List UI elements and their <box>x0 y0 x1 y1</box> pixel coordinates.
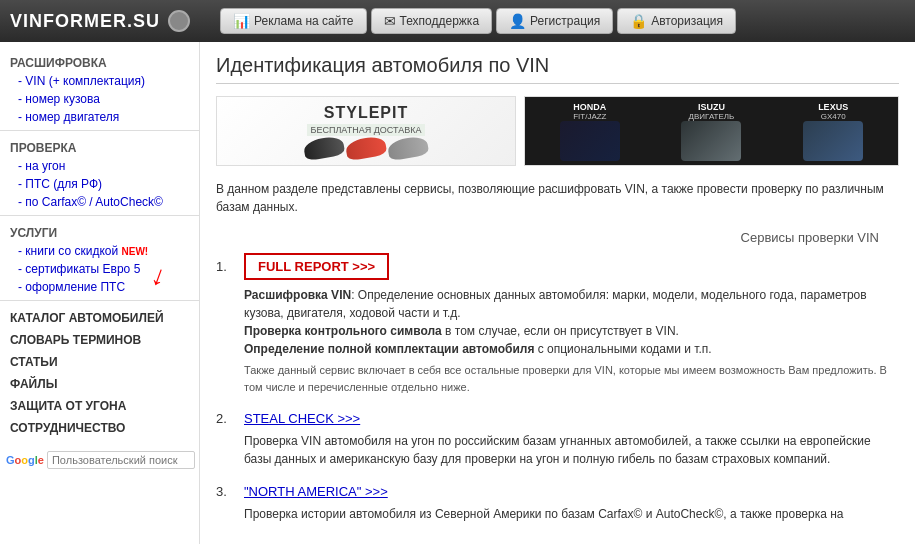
service-item-2: 2. STEAL CHECK >>> Проверка VIN автомоби… <box>216 411 899 468</box>
sidebar-item-carfax[interactable]: - по Carfax© / AutoCheck© <box>0 193 199 211</box>
sidebar-item-katalog[interactable]: КАТАЛОГ АВТОМОБИЛЕЙ <box>0 305 199 327</box>
service-1-number: 1. <box>216 259 236 274</box>
services-header: Сервисы проверки VIN <box>216 230 899 245</box>
ad-isuzu: ISUZU ДВИГАТЕЛЬ <box>681 102 741 161</box>
service-1-bold-2: Проверка контрольного символа <box>244 324 442 338</box>
new-badge: NEW! <box>122 246 149 257</box>
chart-icon: 📊 <box>233 13 250 29</box>
service-3-row: 3. "NORTH AMERICA" >>> <box>216 484 899 499</box>
sidebar-item-fajly[interactable]: ФАЙЛЫ <box>0 371 199 393</box>
sidebar-item-stati[interactable]: СТАТЬИ <box>0 349 199 371</box>
service-item-3: 3. "NORTH AMERICA" >>> Проверка истории … <box>216 484 899 523</box>
google-search-input[interactable] <box>47 451 195 469</box>
lock-icon: 🔒 <box>630 13 647 29</box>
sidebar-item-pts[interactable]: - ПТС (для РФ) <box>0 175 199 193</box>
header: VINFORMER.SU 📊 Реклама на сайте ✉ Техпод… <box>0 0 915 42</box>
sidebar-item-sertifikaty[interactable]: - сертификаты Евро 5 <box>0 260 199 278</box>
service-1-row: 1. FULL REPORT >>> <box>216 253 899 280</box>
logo-text: VINFORMER.SU <box>10 11 160 32</box>
google-search-area: Google <box>0 447 199 473</box>
ad-stylepit-content: STYLEPIT БЕСПЛАТНАЯ ДОСТАВКА <box>217 97 515 165</box>
logo-area: VINFORMER.SU <box>0 10 200 32</box>
page-title: Идентификация автомобиля по VIN <box>216 54 899 84</box>
divider-2 <box>0 215 199 216</box>
north-america-link[interactable]: "NORTH AMERICA" >>> <box>244 484 388 499</box>
header-nav: 📊 Реклама на сайте ✉ Техподдержка 👤 Реги… <box>200 8 736 34</box>
ad-honda: HONDA FIT/JAZZ <box>560 102 620 161</box>
auth-button[interactable]: 🔒 Авторизация <box>617 8 736 34</box>
ad-shoes-row <box>304 138 428 158</box>
sidebar-section-proverka: ПРОВЕРКА <box>0 135 199 157</box>
user-icon: 👤 <box>509 13 526 29</box>
ad-banner: STYLEPIT БЕСПЛАТНАЯ ДОСТАВКА HONDA FIT/J… <box>216 96 899 166</box>
sidebar: РАСШИФРОВКА - VIN (+ комплектация) - ном… <box>0 42 200 544</box>
sidebar-item-slovar[interactable]: СЛОВАРЬ ТЕРМИНОВ <box>0 327 199 349</box>
support-button[interactable]: ✉ Техподдержка <box>371 8 493 34</box>
ad-lexus: LEXUS GX470 <box>803 102 863 161</box>
divider-1 <box>0 130 199 131</box>
service-2-row: 2. STEAL CHECK >>> <box>216 411 899 426</box>
honda-image <box>560 121 620 161</box>
ad-shoe-1 <box>303 135 346 162</box>
content-area: Идентификация автомобиля по VIN STYLEPIT… <box>200 42 915 544</box>
page-description: В данном разделе представлены сервисы, п… <box>216 180 899 216</box>
service-2-number: 2. <box>216 411 236 426</box>
isuzu-image <box>681 121 741 161</box>
service-1-desc: Расшифровка VIN: Определение основных да… <box>216 286 899 395</box>
google-logo: Google <box>6 454 44 466</box>
ad-cars[interactable]: HONDA FIT/JAZZ ISUZU ДВИГАТЕЛЬ LEXUS GX4… <box>524 96 899 166</box>
divider-3 <box>0 300 199 301</box>
lexus-image <box>803 121 863 161</box>
sidebar-item-ugon[interactable]: - на угон <box>0 157 199 175</box>
logo-circle <box>168 10 190 32</box>
service-3-number: 3. <box>216 484 236 499</box>
ad-shoe-3 <box>387 135 430 162</box>
ad-shoe-2 <box>345 135 388 162</box>
ad-stylepit-sub: БЕСПЛАТНАЯ ДОСТАВКА <box>307 124 426 136</box>
sidebar-section-uslugi: УСЛУГИ <box>0 220 199 242</box>
steal-check-link[interactable]: STEAL CHECK >>> <box>244 411 360 426</box>
main-layout: РАСШИФРОВКА - VIN (+ комплектация) - ном… <box>0 42 915 544</box>
mail-icon: ✉ <box>384 13 396 29</box>
service-1-bold-1: Расшифровка VIN <box>244 288 351 302</box>
service-1-bold-3: Определение полной комплектации автомоби… <box>244 342 534 356</box>
sidebar-item-kuzov[interactable]: - номер кузова <box>0 90 199 108</box>
service-1-note: Также данный сервис включает в себя все … <box>244 362 899 395</box>
sidebar-item-knigi[interactable]: - книги со скидкой NEW! <box>0 242 199 260</box>
sidebar-item-pts-oform[interactable]: - оформление ПТС <box>0 278 199 296</box>
service-2-desc: Проверка VIN автомобиля на угон по росси… <box>216 432 899 468</box>
sidebar-item-dvigatel[interactable]: - номер двигателя <box>0 108 199 126</box>
full-report-link[interactable]: FULL REPORT >>> <box>244 253 389 280</box>
service-item-1: 1. FULL REPORT >>> Расшифровка VIN: Опре… <box>216 253 899 395</box>
sidebar-section-rasshifrovka: РАСШИФРОВКА <box>0 50 199 72</box>
reklama-button[interactable]: 📊 Реклама на сайте <box>220 8 367 34</box>
sidebar-item-vin[interactable]: - VIN (+ комплектация) <box>0 72 199 90</box>
service-3-desc: Проверка истории автомобиля из Северной … <box>216 505 899 523</box>
ad-stylepit-name: STYLEPIT <box>324 104 408 122</box>
sidebar-item-sotrud[interactable]: СОТРУДНИЧЕСТВО <box>0 415 199 437</box>
ad-stylepit[interactable]: STYLEPIT БЕСПЛАТНАЯ ДОСТАВКА <box>216 96 516 166</box>
sidebar-item-zashita[interactable]: ЗАЩИТА ОТ УГОНА <box>0 393 199 415</box>
register-button[interactable]: 👤 Регистрация <box>496 8 613 34</box>
